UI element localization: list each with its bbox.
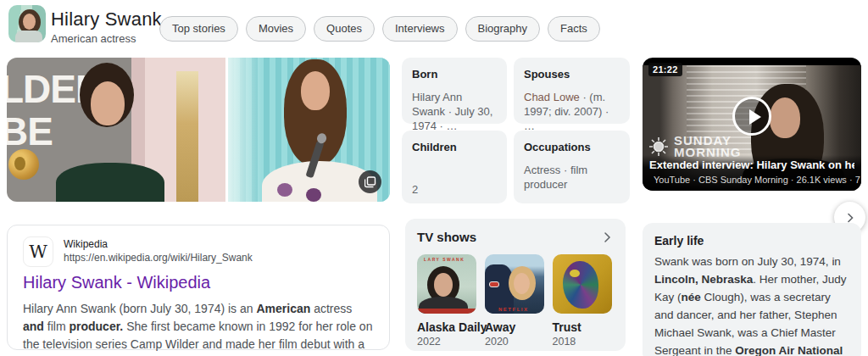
tv-shows-row: LARY SWANK Alaska Daily 2022 NETFLIX Awa… [417, 254, 614, 348]
result-title-link[interactable]: Hilary Swank - Wikipedia [23, 273, 210, 292]
tv-show-year: 2020 [485, 336, 547, 348]
golden-globe-logo [8, 149, 39, 180]
avatar-art [23, 14, 36, 30]
fact-card-occupations: Occupations Actress · film producer [514, 131, 630, 203]
wikipedia-favicon: W [23, 236, 53, 267]
chip-biography[interactable]: Biography [465, 16, 541, 42]
photo-art [91, 81, 125, 125]
site-name: Wikipedia [64, 238, 108, 250]
poster-text: LARY SWANK [424, 257, 465, 262]
fact-label: Born [412, 68, 497, 81]
wikipedia-result-card: W Wikipedia https://en.wikipedia.org/wik… [7, 225, 390, 350]
fact-label: Spouses [524, 68, 620, 81]
fact-card-born: Born Hilary Ann Swank · July 30, 1974 · … [402, 58, 507, 124]
chip-interviews[interactable]: Interviews [382, 16, 458, 42]
page-subtitle: American actress [51, 32, 136, 45]
topic-chips: Top stories Movies Quotes Interviews Bio… [159, 16, 600, 42]
tv-show-year: 2018 [553, 336, 615, 348]
photo-art [306, 188, 321, 202]
fact-value: 2 [412, 182, 497, 197]
fact-value: Actress · film producer [524, 163, 620, 192]
knowledge-panel: Hilary Swank American actress Top storie… [0, 0, 868, 356]
video-duration-badge: 21:22 [648, 63, 682, 76]
image-stack-icon[interactable] [359, 170, 381, 193]
chip-quotes[interactable]: Quotes [314, 16, 375, 42]
fact-card-children: Children 2 [402, 131, 507, 203]
video-source-text: YouTube · CBS Sunday Morning · 26.1K vie… [654, 175, 861, 185]
site-url: https://en.wikipedia.org/wiki/Hilary_Swa… [64, 252, 253, 264]
poster-trust[interactable] [553, 254, 612, 314]
chip-facts[interactable]: Facts [548, 16, 600, 42]
poster-away[interactable]: NETFLIX [485, 254, 544, 314]
video-result[interactable]: 21:22 SUNDAY MORNING Extended interview:… [643, 58, 861, 191]
fact-value[interactable]: Chad Lowe · (m. 1997; div. 2007) · … [524, 90, 620, 133]
tv-show-title[interactable]: Alaska Daily [417, 320, 479, 334]
poster-alaska-daily[interactable]: LARY SWANK [417, 254, 476, 314]
photo-golden-globes[interactable]: LDEN BE [7, 58, 225, 202]
tv-show-alaska-daily[interactable]: LARY SWANK Alaska Daily 2022 [417, 254, 479, 348]
avatar-art [15, 31, 42, 42]
chevron-right-icon [844, 212, 856, 224]
photo-art [176, 71, 198, 202]
thumbnail-art [770, 97, 800, 138]
entity-avatar[interactable] [8, 5, 46, 42]
photo-art [56, 163, 164, 202]
fact-label: Occupations [524, 141, 620, 153]
tv-shows-heading: TV shows [417, 230, 476, 244]
result-snippet: Hilary Ann Swank (born July 30, 1974) is… [23, 300, 374, 356]
fact-value: Hilary Ann Swank · July 30, 1974 · … [412, 90, 497, 133]
chip-movies[interactable]: Movies [246, 16, 306, 42]
tv-show-trust[interactable]: Trust 2018 [553, 254, 615, 348]
tv-show-year: 2022 [417, 336, 479, 348]
photo-art [277, 183, 292, 197]
tv-show-title[interactable]: Away [485, 320, 547, 334]
play-button-icon[interactable] [732, 97, 771, 136]
early-life-heading: Early life [654, 234, 849, 248]
early-life-text: Swank was born on July 30, 1974, in Linc… [654, 253, 849, 356]
image-collage: LDEN BE [7, 58, 390, 202]
photo-art [301, 71, 330, 110]
fact-card-spouses: Spouses Chad Lowe · (m. 1997; div. 2007)… [514, 58, 630, 124]
early-life-card: Early life Swank was born on July 30, 19… [643, 223, 861, 356]
tv-show-title[interactable]: Trust [553, 320, 615, 334]
poster-text: NETFLIX [498, 307, 529, 312]
video-caption: Extended interview: Hilary Swank on her … [643, 155, 861, 191]
tv-shows-card: TV shows LARY SWANK Alaska Daily 2022 NE… [405, 219, 626, 351]
chip-top-stories[interactable]: Top stories [159, 16, 238, 42]
tv-show-away[interactable]: NETFLIX Away 2020 [485, 254, 547, 348]
tv-shows-expand-icon[interactable] [600, 231, 614, 244]
page-title: Hilary Swank [51, 8, 162, 31]
fact-label: Children [412, 141, 497, 153]
video-title[interactable]: Extended interview: Hilary Swank on her … [649, 159, 854, 171]
video-source-row: YouTube · CBS Sunday Morning · 26.1K vie… [649, 175, 854, 185]
